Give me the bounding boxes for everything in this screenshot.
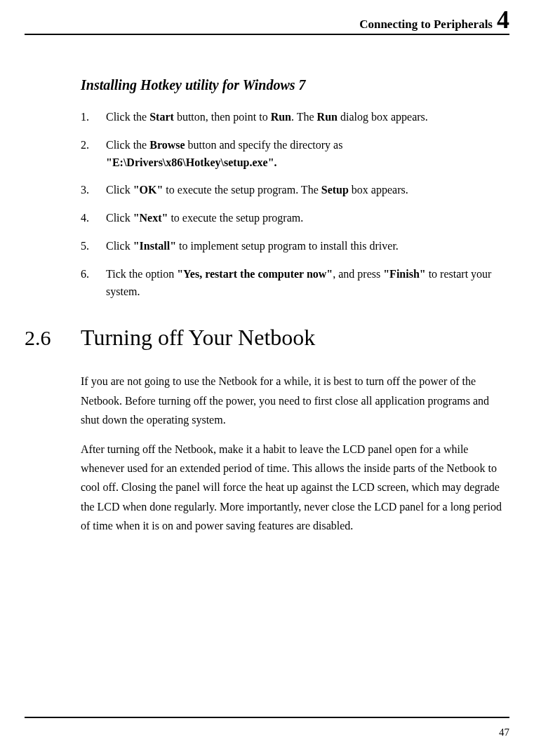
- step-bold: "Yes, restart the computer now": [177, 268, 333, 280]
- subsection-title: Installing Hotkey utility for Windows 7: [81, 77, 506, 93]
- step-text: Tick the option: [106, 268, 177, 280]
- page-footer: 47: [25, 717, 509, 738]
- header-title: Connecting to Peripherals: [359, 18, 493, 32]
- step-bold: "Next": [133, 212, 168, 224]
- step-text: to execute the setup program. The: [163, 184, 321, 196]
- section-number: 2.6: [25, 326, 81, 350]
- step-text: Click the: [106, 139, 149, 151]
- page-content: Installing Hotkey utility for Windows 7 …: [25, 77, 509, 535]
- step-bold: Browse: [149, 139, 185, 151]
- step-text: Click: [106, 184, 133, 196]
- paragraph: After turning off the Netbook, make it a…: [81, 440, 506, 535]
- step-bold: Setup: [321, 184, 349, 196]
- section-title: Turning off Your Netbook: [81, 325, 315, 351]
- step-text: box appears.: [349, 184, 408, 196]
- step-item: Click "Install" to implement setup progr…: [81, 238, 506, 255]
- step-text: button, then point to: [174, 111, 271, 123]
- paragraph: If you are not going to use the Netbook …: [81, 372, 506, 429]
- step-text: to execute the setup program.: [168, 212, 303, 224]
- step-item: Click the Browse button and specify the …: [81, 137, 506, 172]
- step-text: button and specify the directory as: [185, 139, 343, 151]
- step-text: to implement setup program to install th…: [176, 240, 399, 252]
- chapter-number: 4: [497, 7, 509, 32]
- step-text: . The: [291, 111, 317, 123]
- step-item: Tick the option "Yes, restart the comput…: [81, 266, 506, 301]
- step-text: , and press: [333, 268, 383, 280]
- step-bold: "OK": [133, 184, 163, 196]
- page-number: 47: [499, 727, 509, 738]
- step-text: Click: [106, 212, 133, 224]
- steps-list: Click the Start button, then point to Ru…: [81, 109, 506, 300]
- step-item: Click the Start button, then point to Ru…: [81, 109, 506, 126]
- page-header: Connecting to Peripherals 4: [25, 7, 509, 35]
- step-item: Click "Next" to execute the setup progra…: [81, 210, 506, 227]
- section-heading: 2.6 Turning off Your Netbook: [25, 325, 506, 351]
- step-bold: "Install": [133, 240, 176, 252]
- step-item: Click "OK" to execute the setup program.…: [81, 182, 506, 199]
- step-bold: "Finish": [383, 268, 425, 280]
- step-bold: Start: [149, 111, 174, 123]
- step-bold: Run: [317, 111, 338, 123]
- step-bold: Run: [271, 111, 291, 123]
- step-bold: "E:\Drivers\x86\Hotkey\setup.exe".: [106, 156, 277, 168]
- step-text: Click the: [106, 111, 149, 123]
- step-text: dialog box appears.: [338, 111, 428, 123]
- step-text: Click: [106, 240, 133, 252]
